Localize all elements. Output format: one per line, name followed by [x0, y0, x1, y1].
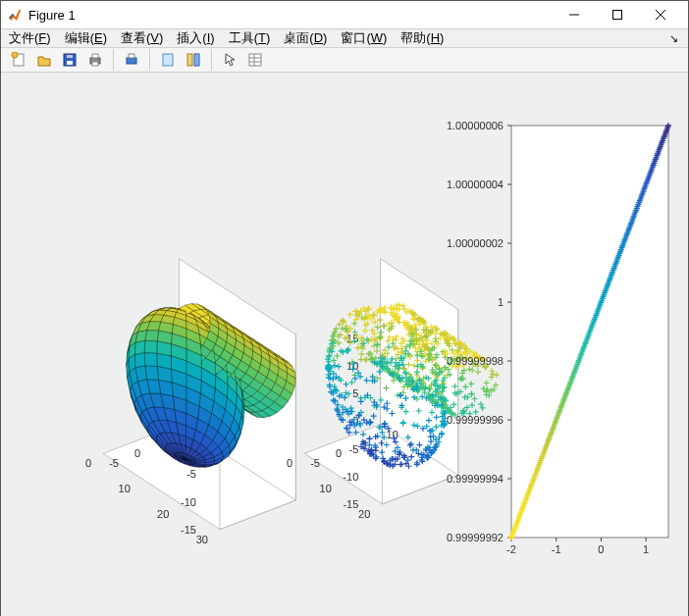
svg-marker-694 [145, 331, 159, 341]
svg-text:-5: -5 [109, 457, 119, 469]
svg-marker-710 [134, 340, 144, 354]
save-button[interactable] [58, 48, 81, 72]
svg-marker-702 [144, 340, 157, 353]
svg-text:0.99999998: 0.99999998 [447, 355, 504, 367]
figure-window: Figure 1 文件(F) 编辑(E) 查看(V) 插入(I) 工具(T) 桌… [0, 0, 689, 616]
print-preview-button[interactable] [120, 48, 143, 72]
svg-text:-10: -10 [181, 496, 196, 508]
svg-rect-1 [613, 11, 622, 20]
colorbar-button[interactable] [182, 48, 205, 72]
toolbar [1, 48, 688, 73]
svg-rect-14 [163, 54, 173, 66]
toolbar-separator [211, 49, 212, 71]
property-inspector-button[interactable] [243, 48, 267, 72]
plots-svg: -15-10-5051015-505100102030-15-10-505101… [11, 96, 678, 606]
menu-desktop[interactable]: 桌面(D) [284, 29, 327, 47]
menu-insert[interactable]: 插入(I) [177, 29, 214, 47]
svg-rect-10 [92, 54, 98, 58]
svg-text:5: 5 [352, 387, 358, 399]
svg-text:0: 0 [336, 447, 342, 459]
titlebar: Figure 1 [1, 1, 688, 29]
svg-text:0: 0 [85, 457, 91, 469]
svg-text:-10: -10 [343, 471, 358, 483]
menubar: 文件(F) 编辑(E) 查看(V) 插入(I) 工具(T) 桌面(D) 窗口(W… [1, 29, 688, 48]
svg-point-5 [12, 52, 18, 58]
new-figure-button[interactable] [7, 48, 30, 72]
svg-text:30: 30 [196, 534, 208, 545]
toolbar-separator [113, 49, 114, 71]
window-title: Figure 1 [28, 8, 553, 23]
svg-text:0.99999992: 0.99999992 [447, 532, 504, 543]
svg-text:0: 0 [598, 543, 604, 555]
svg-text:0: 0 [134, 447, 140, 459]
svg-marker-701 [144, 353, 157, 367]
figure-canvas[interactable]: -15-10-5051015-505100102030-15-10-505101… [1, 73, 688, 616]
print-button[interactable] [83, 48, 107, 72]
svg-text:-15: -15 [343, 498, 358, 510]
menu-help[interactable]: 帮助(H) [400, 29, 444, 47]
menu-file[interactable]: 文件(F) [9, 29, 51, 47]
svg-rect-17 [249, 54, 261, 66]
svg-text:20: 20 [157, 508, 169, 520]
svg-text:1.00000006: 1.00000006 [447, 120, 504, 131]
svg-text:10: 10 [119, 483, 131, 494]
svg-text:-2: -2 [506, 543, 516, 555]
svg-text:-5: -5 [310, 457, 320, 469]
close-button[interactable] [639, 1, 682, 28]
svg-text:1.00000002: 1.00000002 [447, 237, 504, 249]
svg-marker-704 [135, 366, 146, 382]
svg-text:0: 0 [287, 457, 292, 469]
svg-text:1: 1 [498, 296, 504, 308]
toolbar-separator [149, 49, 150, 71]
open-button[interactable] [32, 48, 56, 72]
svg-marker-709 [134, 353, 144, 368]
maximize-button[interactable] [596, 1, 639, 28]
menu-window[interactable]: 窗口(W) [341, 29, 387, 47]
axes-3d-surface: -15-10-5051015-505100102030 [85, 259, 295, 545]
svg-text:-5: -5 [349, 443, 359, 455]
svg-rect-15 [187, 54, 192, 66]
svg-marker-682 [157, 341, 172, 356]
svg-text:-15: -15 [181, 524, 196, 536]
svg-rect-7 [67, 61, 73, 65]
svg-text:0.99999996: 0.99999996 [447, 414, 504, 426]
svg-text:20: 20 [358, 508, 370, 520]
svg-rect-8 [67, 55, 73, 58]
menubar-overflow-icon[interactable]: ↘ [669, 32, 678, 45]
svg-text:0.99999994: 0.99999994 [447, 473, 504, 485]
window-controls [553, 1, 682, 28]
menu-tools[interactable]: 工具(T) [229, 29, 271, 47]
svg-text:-5: -5 [186, 468, 196, 480]
svg-text:10: 10 [320, 483, 332, 494]
svg-text:1: 1 [643, 543, 649, 555]
minimize-button[interactable] [553, 1, 596, 28]
link-button[interactable] [156, 48, 180, 72]
svg-rect-11 [92, 62, 98, 66]
svg-rect-16 [194, 54, 199, 66]
axes-2d-scatter: 0.999999920.999999940.999999960.99999998… [447, 120, 671, 555]
menu-edit[interactable]: 编辑(E) [65, 29, 107, 47]
menu-view[interactable]: 查看(V) [121, 29, 163, 47]
svg-text:-1: -1 [552, 543, 561, 555]
pointer-button[interactable] [218, 48, 241, 72]
matlab-logo-icon [7, 7, 23, 23]
svg-rect-13 [129, 54, 134, 58]
svg-marker-693 [145, 366, 159, 380]
svg-text:1.00000004: 1.00000004 [447, 179, 504, 190]
svg-rect-12 [127, 58, 136, 64]
